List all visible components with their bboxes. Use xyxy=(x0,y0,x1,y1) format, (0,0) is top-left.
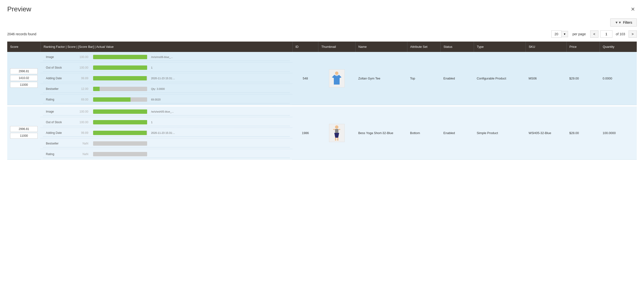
score-cell: 2996.8111000 xyxy=(7,106,40,160)
factor-name: Adding Date xyxy=(43,129,74,137)
factor-value: 1 xyxy=(149,119,290,126)
factor-bar-cell xyxy=(91,64,149,72)
factor-value: /m/s/ms06-blue_... xyxy=(149,53,290,61)
factor-score: 99.89 xyxy=(74,129,91,137)
factor-score: 100.00 xyxy=(74,53,91,61)
table-row: 2996.8111000Image100.00/w/s/wsh05-blue_.… xyxy=(7,106,637,117)
bar-fill xyxy=(93,131,147,135)
factor-name: Rating xyxy=(43,151,74,158)
col-header-sku: SKU xyxy=(526,42,566,52)
funnel-icon: ▼▼ xyxy=(615,21,622,24)
ranking-factor-cell: Out of Stock100.001 xyxy=(40,117,292,127)
col-header-quantity: Quantity xyxy=(600,42,637,52)
table-header-row: Score Ranking Factor | Score | [Score Ba… xyxy=(7,42,637,52)
svg-point-1 xyxy=(335,125,338,129)
factor-name: Image xyxy=(43,108,74,115)
bar-background xyxy=(93,65,147,70)
product-price: $29.00 xyxy=(566,52,600,105)
product-quantity: 100.0000 xyxy=(600,106,637,160)
score-box: 11000 xyxy=(10,133,38,139)
per-page-select: 20 ▼ xyxy=(552,31,568,38)
bar-background xyxy=(93,152,147,156)
bar-background xyxy=(93,76,147,80)
col-header-type: Type xyxy=(474,42,526,52)
col-header-id: ID xyxy=(292,42,318,52)
product-thumbnail xyxy=(318,106,356,160)
filters-button[interactable]: ▼▼ Filters xyxy=(610,18,637,27)
product-name: Zoltan Gym Tee xyxy=(355,52,407,105)
product-attribute-set: Bottom xyxy=(407,106,440,160)
svg-rect-4 xyxy=(337,138,338,140)
toolbar-row: ▼▼ Filters xyxy=(7,18,637,27)
factor-score: 69.00 xyxy=(74,96,91,103)
product-sku: MS06 xyxy=(526,52,566,105)
page-title: Preview xyxy=(7,5,31,13)
bar-background xyxy=(93,97,147,102)
factor-score: NaN xyxy=(74,151,91,158)
per-page-dropdown-btn[interactable]: ▼ xyxy=(562,31,568,37)
product-status: Enabled xyxy=(440,106,474,160)
factor-score: NaN xyxy=(74,140,91,147)
col-header-attribute-set: Attribute Set xyxy=(407,42,440,52)
product-sku: WSH05-32-Blue xyxy=(526,106,566,160)
col-header-thumbnail: Thumbnail xyxy=(318,42,356,52)
per-page-label: per page xyxy=(572,32,586,36)
score-box: 11000 xyxy=(10,82,38,88)
factor-name: Bestseller xyxy=(43,85,74,93)
factor-value xyxy=(149,140,290,147)
factor-name: Out of Stock xyxy=(43,64,74,72)
factor-score: 99.89 xyxy=(74,75,91,82)
factor-bar-cell xyxy=(91,140,149,147)
factor-score: 12.00 xyxy=(74,85,91,93)
factor-name: Out of Stock xyxy=(43,119,74,126)
bar-background xyxy=(93,109,147,114)
factor-value: Qty: 3.0000 xyxy=(149,85,290,93)
factor-value: 2020-11-23 15:31:... xyxy=(149,75,290,82)
factor-value: /w/s/wsh05-blue_... xyxy=(149,108,290,115)
score-box: 2996.81 xyxy=(10,126,38,132)
factor-value: 69.0020 xyxy=(149,96,290,103)
bar-background xyxy=(93,141,147,146)
page-container: Preview × ▼▼ Filters 2046 records found … xyxy=(0,0,644,294)
product-id: 1986 xyxy=(292,106,318,160)
product-attribute-set: Top xyxy=(407,52,440,105)
svg-rect-2 xyxy=(335,129,338,133)
product-type: Configurable Product xyxy=(474,52,526,105)
factor-bar-cell xyxy=(91,108,149,115)
bar-fill xyxy=(93,65,147,70)
factor-value xyxy=(149,151,290,158)
product-quantity: 0.0000 xyxy=(600,52,637,105)
factor-name: Adding Date xyxy=(43,75,74,82)
main-table: Score Ranking Factor | Score | [Score Ba… xyxy=(7,42,637,160)
next-page-button[interactable]: > xyxy=(628,31,637,38)
factor-bar-cell xyxy=(91,119,149,126)
factor-bar-cell xyxy=(91,53,149,61)
product-id: 548 xyxy=(292,52,318,105)
bar-fill xyxy=(93,55,147,59)
product-name: Bess Yoga Short-32-Blue xyxy=(355,106,407,160)
page-number-input[interactable] xyxy=(600,31,612,38)
per-page-number: 20 xyxy=(552,31,562,38)
col-header-ranking: Ranking Factor | Score | [Score Bar] | A… xyxy=(40,42,292,52)
factor-bar-cell xyxy=(91,151,149,158)
close-button[interactable]: × xyxy=(629,5,637,14)
factor-bar-cell xyxy=(91,85,149,93)
prev-page-button[interactable]: < xyxy=(590,31,598,38)
bar-fill xyxy=(93,109,147,114)
of-pages: of 103 xyxy=(616,32,625,36)
thumbnail-image xyxy=(329,69,345,87)
factor-score: 100.00 xyxy=(74,108,91,115)
factor-bar-cell xyxy=(91,129,149,137)
svg-rect-5 xyxy=(333,129,335,130)
product-thumbnail xyxy=(318,52,356,105)
bar-fill xyxy=(93,97,130,102)
ranking-factor-cell: BestsellerNaN xyxy=(40,138,292,149)
factor-name: Bestseller xyxy=(43,140,74,147)
svg-rect-3 xyxy=(335,138,336,140)
bar-background xyxy=(93,55,147,59)
score-box: 1410.02 xyxy=(10,75,38,81)
pagination-row: 2046 records found 20 ▼ per page < of 10… xyxy=(7,31,637,38)
factor-value: 2020-11-23 15:31:... xyxy=(149,129,290,137)
bar-fill xyxy=(93,87,100,91)
ranking-factor-cell: Image100.00/w/s/wsh05-blue_... xyxy=(40,106,292,117)
